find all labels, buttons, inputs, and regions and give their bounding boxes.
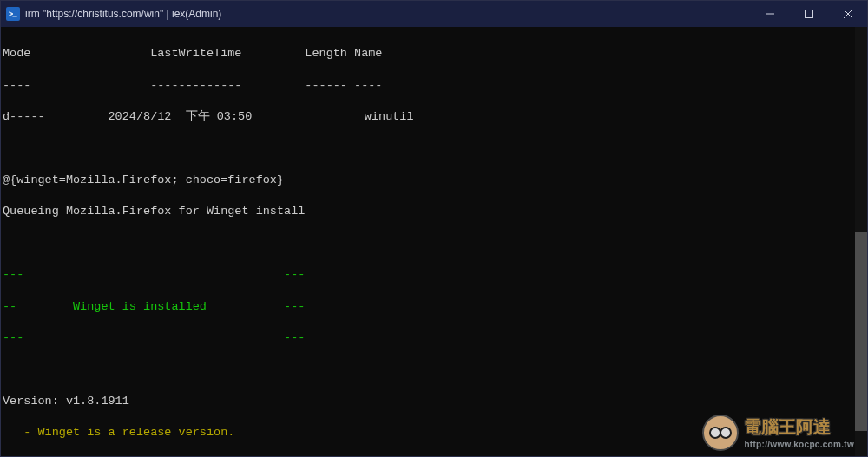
blank-line xyxy=(3,362,867,378)
blank-line xyxy=(3,236,867,251)
bullet-release: - Winget is a release version. xyxy=(3,425,867,441)
terminal-output: Mode LastWriteTime Length Name ---- ----… xyxy=(1,27,867,456)
maximize-button[interactable] xyxy=(789,1,828,27)
separator-line: --- --- xyxy=(3,330,867,346)
blank-line xyxy=(3,141,867,157)
terminal-window: >_ irm "https://christitus.com/win" | ie… xyxy=(0,0,868,457)
scrollbar-vertical[interactable] xyxy=(855,27,867,456)
dir-row: d----- 2024/8/12 下午 03:50 winutil xyxy=(3,109,867,125)
maximize-icon xyxy=(805,10,813,18)
minimize-icon xyxy=(766,10,774,18)
close-button[interactable] xyxy=(828,1,867,27)
titlebar[interactable]: >_ irm "https://christitus.com/win" | ie… xyxy=(1,1,867,27)
close-icon xyxy=(844,10,852,18)
watermark-sub: http://www.kocpc.com.tw xyxy=(744,439,854,451)
header-dash: ---- ------------- ------ ---- xyxy=(3,78,867,94)
header-mode: Mode LastWriteTime Length Name xyxy=(3,46,867,62)
minimize-button[interactable] xyxy=(750,1,789,27)
separator-line: --- --- xyxy=(3,267,867,283)
svg-rect-0 xyxy=(805,10,812,18)
scrollbar-thumb[interactable] xyxy=(855,232,867,431)
banner-winget-installed: -- Winget is installed --- xyxy=(3,299,867,315)
version-line: Version: v1.8.1911 xyxy=(3,394,867,409)
window-controls xyxy=(750,1,867,27)
titlebar-left: >_ irm "https://christitus.com/win" | ie… xyxy=(1,7,221,21)
pkg-def: @{winget=Mozilla.Firefox; choco=firefox} xyxy=(3,173,867,188)
queueing-line: Queueing Mozilla.Firefox for Winget inst… xyxy=(3,204,867,219)
powershell-icon: >_ xyxy=(6,7,20,21)
window-title: irm "https://christitus.com/win" | iex(A… xyxy=(25,8,221,20)
